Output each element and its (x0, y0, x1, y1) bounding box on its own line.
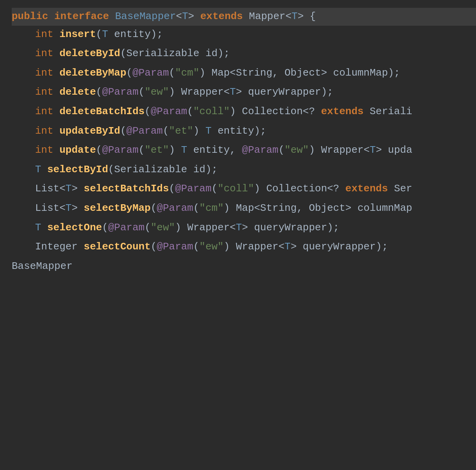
line-selectBatchIds: List<T> selectBatchIds(@Param("coll") Co… (12, 180, 476, 198)
code-editor: public interface BaseMapper<T> extends M… (0, 0, 476, 470)
line-deleteByMap: int deleteByMap(@Param("cm") Map<String,… (12, 64, 476, 82)
line-deleteBatchIds: int deleteBatchIds(@Param("coll") Collec… (12, 103, 476, 121)
line-update: int update(@Param("et") T entity, @Param… (12, 141, 476, 159)
line-interface: public interface BaseMapper<T> extends M… (12, 8, 476, 26)
line-deleteById: int deleteById(Serializable id); (12, 45, 476, 63)
line-updateById: int updateById(@Param("et") T entity); (12, 122, 476, 140)
line-basemapper-ref: BaseMapper (12, 258, 476, 276)
line-selectByMap: List<T> selectByMap(@Param("cm") Map<Str… (12, 200, 476, 217)
line-selectOne: T selectOne(@Param("ew") Wrapper<T> quer… (12, 219, 476, 237)
line-selectCount: Integer selectCount(@Param("ew") Wrapper… (12, 238, 476, 256)
line-selectById: T selectById(Serializable id); (12, 161, 476, 179)
line-insert: int insert(T entity); (12, 26, 476, 44)
line-delete: int delete(@Param("ew") Wrapper<T> query… (12, 83, 476, 101)
code-lines: public interface BaseMapper<T> extends M… (12, 8, 476, 275)
